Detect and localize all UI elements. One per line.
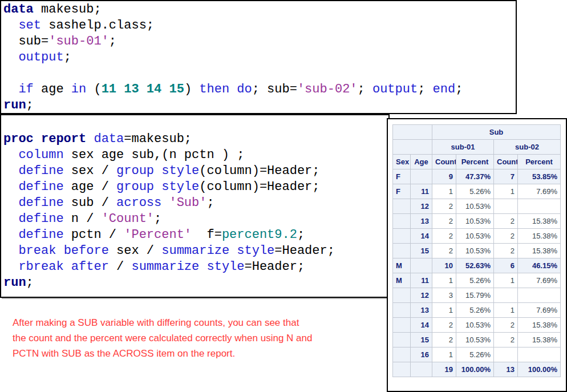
code-token xyxy=(64,260,71,274)
code-token: 'Percent' xyxy=(124,228,192,242)
code-token: 11 13 14 15 xyxy=(102,82,184,96)
cell-p1: 10.53% xyxy=(456,199,494,214)
cell-c2 xyxy=(494,288,518,303)
cell-p2: 7.69% xyxy=(518,184,561,199)
code-token: ; xyxy=(109,34,116,49)
code-token: style xyxy=(161,164,199,178)
code-token xyxy=(56,244,63,258)
code-token: age / xyxy=(64,180,116,194)
code-token: age xyxy=(34,82,71,96)
code-token: in xyxy=(71,82,86,96)
table-row: 15210.53%215.38% xyxy=(393,244,561,258)
sub-values-row: sub-01 sub-02 xyxy=(393,140,561,155)
cell-c2: 2 xyxy=(494,229,518,244)
code-token xyxy=(229,244,237,258)
cell-age: 16 xyxy=(411,347,432,362)
cell-p2: 7.69% xyxy=(518,303,561,318)
annotation-line: After making a SUB variable with differi… xyxy=(13,315,312,330)
cell-p1: 5.26% xyxy=(456,184,494,199)
cell-age: 15 xyxy=(411,244,432,258)
sub-02-header-cell: sub-02 xyxy=(494,140,561,155)
table-row: 12315.79% xyxy=(393,288,561,303)
code-token: ( xyxy=(86,82,101,96)
table-row: 15210.53%215.38% xyxy=(393,333,561,347)
cell-p2: 15.38% xyxy=(518,333,561,347)
code-token: do xyxy=(237,82,252,96)
code-line: rbreak after / summarize style=Header; xyxy=(3,259,388,275)
cell-c2 xyxy=(494,347,518,362)
code-token xyxy=(154,180,161,194)
cell-c1: 3 xyxy=(432,288,456,303)
code-token xyxy=(86,132,94,146)
code-token: define xyxy=(18,196,63,210)
blank-header-cell xyxy=(393,125,432,140)
cell-age: 11 xyxy=(411,273,432,288)
code-line xyxy=(3,66,516,82)
cell-c1: 2 xyxy=(432,229,456,244)
cell-c2: 2 xyxy=(494,333,518,347)
table-row: 1615.26% xyxy=(393,347,561,362)
cell-c1: 1 xyxy=(432,303,456,318)
summary-row: 19100.00%13100.00% xyxy=(393,362,561,377)
code-token: after xyxy=(71,260,109,274)
code-token xyxy=(3,196,18,210)
cell-c2: 1 xyxy=(494,303,518,318)
cell-c1: 9 xyxy=(432,169,456,184)
code-token: sex / xyxy=(64,164,116,178)
cell-c1: 2 xyxy=(432,333,456,347)
code-token: output xyxy=(372,82,418,96)
code-token: data xyxy=(3,2,34,17)
cell-p1: 10.53% xyxy=(456,333,494,347)
code-token: (column)=Header; xyxy=(199,180,319,194)
code-token: sashelp.class; xyxy=(41,18,154,33)
page: { "colors": { "keyword_step": "#000080",… xyxy=(0,0,567,392)
cell-p2 xyxy=(518,347,561,362)
cell-p1: 5.26% xyxy=(456,303,494,318)
cell-age: 14 xyxy=(411,229,432,244)
code-token xyxy=(161,196,169,210)
cell-sex xyxy=(393,229,411,244)
summary-row: F947.37%753.85% xyxy=(393,169,561,184)
code-token: 'Count' xyxy=(102,212,154,226)
code-token: column xyxy=(18,148,63,162)
cell-sex xyxy=(393,303,411,318)
code-line: run; xyxy=(3,275,388,291)
report-table-body: F947.37%753.85%F1115.26%17.69%12210.53%1… xyxy=(393,169,561,377)
code-line: if age in (11 13 14 15) then do; sub='su… xyxy=(3,82,516,98)
code-token: define xyxy=(18,228,63,242)
cell-age: 13 xyxy=(411,214,432,229)
cell-p2 xyxy=(518,288,561,303)
table-row: 14210.53%215.38% xyxy=(393,318,561,333)
sub-01-header-cell: sub-01 xyxy=(432,140,494,155)
cell-sex: F xyxy=(393,169,411,184)
code-token xyxy=(3,212,18,226)
cell-age: 11 xyxy=(411,184,432,199)
code-token: across xyxy=(116,196,161,210)
code-token: if xyxy=(18,82,33,96)
code-token: output xyxy=(18,50,63,64)
cell-c2: 2 xyxy=(494,244,518,258)
table-row: M1115.26%17.69% xyxy=(393,273,561,288)
count1-column-header: Count xyxy=(432,155,456,169)
table-row: 12210.53% xyxy=(393,199,561,214)
cell-sex xyxy=(393,333,411,347)
code-token: ; xyxy=(26,276,34,290)
code-token xyxy=(3,260,18,274)
report-output-panel: Sub sub-01 sub-02 Sex Age Count Percent … xyxy=(387,118,567,392)
cell-sex: M xyxy=(393,273,411,288)
cell-age xyxy=(411,258,432,273)
code-line: column sex age sub,(n pctn ) ; xyxy=(3,147,388,163)
cell-p1: 52.63% xyxy=(456,258,494,273)
cell-p2: 46.15% xyxy=(518,258,561,273)
code-token: =Header; xyxy=(245,260,305,274)
cell-age: 14 xyxy=(411,318,432,333)
code-line: define sex / group style(column)=Header; xyxy=(3,163,388,179)
cell-p2 xyxy=(518,199,561,214)
code-token: style xyxy=(237,244,274,258)
cell-p1: 10.53% xyxy=(456,229,494,244)
code-token: ; xyxy=(418,82,432,96)
cell-p2: 15.38% xyxy=(518,214,561,229)
cell-sex xyxy=(393,214,411,229)
summary-row: M1052.63%646.15% xyxy=(393,258,561,273)
code-line: output; xyxy=(3,50,516,66)
